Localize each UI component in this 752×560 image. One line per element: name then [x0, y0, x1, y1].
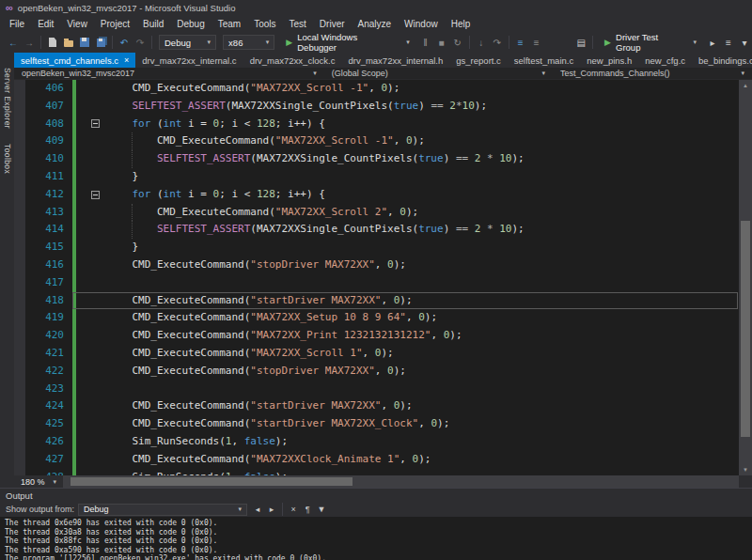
horizontal-scrollbar-thumb[interactable] — [70, 477, 352, 486]
close-icon[interactable]: × — [124, 56, 129, 65]
menu-item-build[interactable]: Build — [136, 17, 170, 31]
output-source-dropdown[interactable]: Debug ▾ — [78, 504, 247, 516]
step-over-icon[interactable]: ↷ — [490, 35, 505, 50]
code-line[interactable]: 422CMD_ExecuteCommand("stopDriver MAX72X… — [14, 363, 752, 381]
stop-debugging-icon[interactable]: ■ — [434, 35, 449, 50]
indicator-margin[interactable] — [14, 363, 25, 381]
indicator-margin[interactable] — [14, 168, 25, 186]
redo-icon[interactable]: ↷ — [133, 35, 148, 50]
indicator-margin[interactable] — [14, 80, 25, 98]
indicator-margin[interactable] — [14, 239, 25, 257]
code-line[interactable]: 413CMD_ExecuteCommand("MAX72XX_Scroll 2"… — [14, 204, 752, 222]
autoscroll-icon[interactable]: ▼ — [315, 504, 328, 516]
tab-drv_max72xx_internal.c[interactable]: drv_max72xx_internal.c — [135, 53, 243, 68]
tab-drv_max72xx_internal.h[interactable]: drv_max72xx_internal.h — [341, 53, 449, 68]
indicator-margin[interactable] — [14, 98, 25, 116]
code-editor[interactable]: 406CMD_ExecuteCommand("MAX72XX_Scroll -1… — [14, 80, 752, 475]
nav-backward-icon[interactable]: ← — [6, 35, 21, 50]
indicator-margin[interactable] — [14, 345, 25, 363]
save-icon[interactable] — [77, 35, 92, 50]
open-file-icon[interactable] — [61, 35, 76, 50]
vertical-scrollbar-thumb[interactable] — [741, 221, 750, 437]
code-line[interactable]: 423 — [14, 381, 752, 398]
code-line[interactable]: 415} — [14, 239, 752, 257]
indicator-margin[interactable] — [14, 469, 25, 475]
start-debugging-button[interactable]: ▶ Local Windows Debugger ▾ — [280, 35, 415, 50]
code-line[interactable]: 410SELFTEST_ASSERT(MAX72XXSingle_CountPi… — [14, 150, 752, 168]
toolbar-overflow-icon[interactable]: ▾ — [737, 35, 752, 50]
scroll-down-icon[interactable]: ▼ — [739, 464, 752, 475]
test-explorer-icon[interactable]: ▤ — [573, 35, 588, 50]
code-line[interactable]: 406CMD_ExecuteCommand("MAX72XX_Scroll -1… — [14, 80, 752, 98]
step-into-icon[interactable]: ↓ — [474, 35, 489, 50]
indicator-margin[interactable] — [14, 309, 25, 327]
tab-new_pins.h[interactable]: new_pins.h — [580, 53, 638, 68]
run-tests-icon[interactable]: ▸ — [705, 35, 720, 50]
code-line[interactable]: 420CMD_ExecuteCommand("MAX72XX_Print 123… — [14, 327, 752, 345]
collapse-icon[interactable] — [91, 191, 100, 199]
tab-be_bindings.c[interactable]: be_bindings.c — [692, 53, 752, 68]
menu-item-file[interactable]: File — [3, 17, 31, 31]
previous-message-icon[interactable]: ◂ — [251, 504, 264, 516]
next-message-icon[interactable]: ▸ — [265, 504, 278, 516]
menu-item-help[interactable]: Help — [445, 17, 478, 31]
menu-item-driver[interactable]: Driver — [313, 17, 352, 31]
code-line[interactable]: 412for (int i = 0; i < 128; i++) { — [14, 186, 752, 204]
tab-drv_max72xx_clock.c[interactable]: drv_max72xx_clock.c — [243, 53, 342, 68]
code-line[interactable]: 411} — [14, 168, 752, 186]
code-line[interactable]: 428Sim_RunSeconds(1, false); — [14, 469, 752, 475]
code-line[interactable]: 427CMD_ExecuteCommand("MAX72XXClock_Anim… — [14, 451, 752, 469]
scroll-up-icon[interactable]: ▲ — [739, 80, 752, 91]
menu-item-window[interactable]: Window — [398, 17, 445, 31]
restart-icon[interactable]: ↻ — [450, 35, 465, 50]
indicator-margin[interactable] — [14, 433, 25, 451]
indicator-margin[interactable] — [14, 415, 25, 433]
solution-configurations-dropdown[interactable]: Debug ▾ — [159, 35, 216, 50]
indicator-margin[interactable] — [14, 274, 25, 292]
indicator-margin[interactable] — [14, 397, 25, 415]
menu-item-team[interactable]: Team — [212, 17, 247, 31]
indicator-margin[interactable] — [14, 150, 25, 168]
navbar-member-dropdown[interactable]: Test_Commands_Channels() ▾ — [553, 68, 752, 79]
navbar-project-dropdown[interactable]: openBeken_win32_mvsc2017 ▾ — [14, 68, 324, 79]
code-line[interactable]: 416CMD_ExecuteCommand("stopDriver MAX72X… — [14, 257, 752, 274]
uncomment-icon[interactable]: ≡ — [529, 35, 544, 50]
save-all-icon[interactable] — [93, 35, 108, 50]
code-line[interactable]: 425CMD_ExecuteCommand("startDriver MAX72… — [14, 415, 752, 433]
clear-all-icon[interactable]: × — [287, 504, 300, 516]
indicator-margin[interactable] — [14, 292, 25, 310]
zoom-level-dropdown[interactable]: 180 % ▾ — [14, 475, 63, 488]
menu-item-project[interactable]: Project — [94, 17, 136, 31]
indicator-margin[interactable] — [14, 221, 25, 239]
collapse-icon[interactable] — [91, 119, 100, 128]
comment-icon[interactable]: ≡ — [513, 35, 528, 50]
code-line[interactable]: 421CMD_ExecuteCommand("MAX72XX_Scroll 1"… — [14, 345, 752, 363]
code-line[interactable]: 417 — [14, 274, 752, 292]
menu-item-debug[interactable]: Debug — [170, 17, 211, 31]
tab-gs_report.c[interactable]: gs_report.c — [449, 53, 508, 68]
menu-item-view[interactable]: View — [60, 17, 94, 31]
menu-item-analyze[interactable]: Analyze — [352, 17, 399, 31]
nav-forward-icon[interactable]: → — [22, 35, 37, 50]
horizontal-scrollbar[interactable] — [63, 475, 739, 488]
navbar-scope-dropdown[interactable]: (Global Scope) ▾ — [324, 68, 553, 79]
menu-item-tools[interactable]: Tools — [247, 17, 282, 31]
code-line[interactable]: 407SELFTEST_ASSERT(MAX72XXSingle_CountPi… — [14, 98, 752, 116]
tab-selftest_cmd_channels.c[interactable]: selftest_cmd_channels.c× — [14, 53, 135, 68]
indicator-margin[interactable] — [14, 116, 25, 133]
output-log[interactable]: The thread 0x6e90 has exited with code 0… — [0, 517, 752, 560]
run-test-group-button[interactable]: ▶ Driver Test Group ▾ — [599, 35, 702, 50]
code-line[interactable]: 414SELFTEST_ASSERT(MAX72XXSingle_CountPi… — [14, 221, 752, 239]
menu-item-edit[interactable]: Edit — [31, 17, 60, 31]
tab-selftest_main.c[interactable]: selftest_main.c — [508, 53, 580, 68]
undo-icon[interactable]: ↶ — [117, 35, 132, 50]
side-tab-toolbox[interactable]: Toolbox — [3, 144, 12, 174]
vertical-scrollbar[interactable]: ▲ ▼ — [739, 80, 752, 475]
solution-platforms-dropdown[interactable]: x86 ▾ — [223, 35, 274, 50]
code-line[interactable]: 419CMD_ExecuteCommand("MAX72XX_Setup 10 … — [14, 309, 752, 327]
new-file-icon[interactable] — [45, 35, 60, 50]
side-tab-server-explorer[interactable]: Server Explorer — [3, 68, 12, 129]
indicator-margin[interactable] — [14, 381, 25, 398]
indicator-margin[interactable] — [14, 204, 25, 222]
indicator-margin[interactable] — [14, 327, 25, 345]
